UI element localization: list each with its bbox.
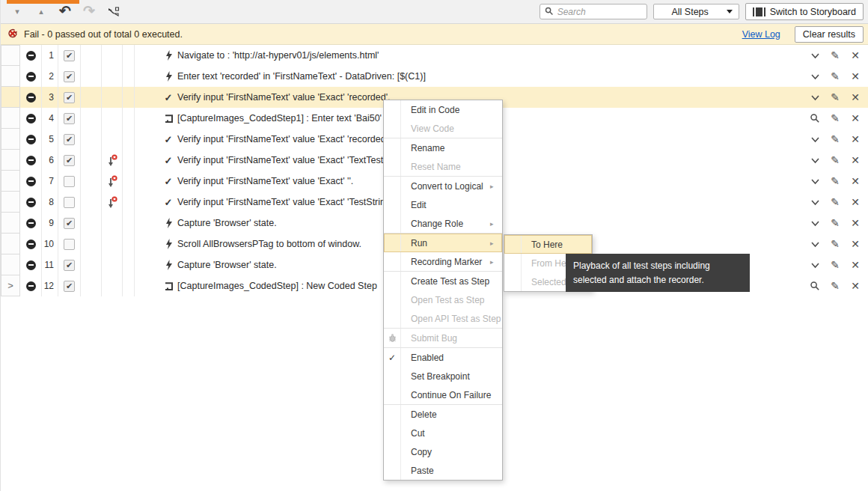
step-handle-icon[interactable] xyxy=(26,219,36,228)
step-handle-icon[interactable] xyxy=(26,135,36,144)
step-handle-icon[interactable] xyxy=(26,72,36,82)
delete-step-icon[interactable]: ✕ xyxy=(850,259,861,271)
delete-step-icon[interactable]: ✕ xyxy=(850,196,861,208)
step-dropdown-icon[interactable] xyxy=(810,94,820,101)
step-dropdown-icon[interactable] xyxy=(810,157,820,164)
menu-item-edit[interactable]: Edit xyxy=(384,195,502,214)
edit-step-icon[interactable]: ✎ xyxy=(830,217,840,229)
edit-step-icon[interactable]: ✎ xyxy=(830,280,840,292)
delete-step-icon[interactable]: ✕ xyxy=(850,154,861,166)
menu-item-continue-on-failure[interactable]: Continue On Failure xyxy=(384,385,502,404)
step-dropdown-icon[interactable] xyxy=(810,136,820,143)
edit-step-icon[interactable]: ✎ xyxy=(830,175,840,187)
menu-item-label: Open API Test as Step xyxy=(401,314,501,324)
step-handle-icon[interactable] xyxy=(26,93,36,103)
step-checkbox[interactable]: ✔ xyxy=(64,155,75,166)
step-dropdown-icon[interactable] xyxy=(810,220,820,227)
menu-item-to-here[interactable]: To Here xyxy=(504,235,592,254)
delete-step-icon[interactable]: ✕ xyxy=(850,280,861,292)
edit-step-icon[interactable]: ✎ xyxy=(830,154,840,166)
step-checkbox[interactable]: ✔ xyxy=(64,218,75,229)
edit-step-icon[interactable]: ✎ xyxy=(830,259,840,271)
menu-gutter xyxy=(384,177,401,195)
menu-item-enabled[interactable]: ✓Enabled xyxy=(384,348,502,367)
menu-item-create-test-as-step[interactable]: Create Test as Step xyxy=(384,272,502,290)
step-checkbox[interactable]: ✔ xyxy=(64,50,75,61)
step-checkbox[interactable]: ✔ xyxy=(64,281,75,292)
menu-item-run[interactable]: Run▸ xyxy=(384,234,502,252)
menu-item-edit-in-code[interactable]: Edit in Code xyxy=(384,100,502,119)
step-checkbox[interactable] xyxy=(64,239,75,250)
row-spacer-cell xyxy=(81,254,102,275)
active-tab-indicator xyxy=(7,0,79,4)
menu-gutter xyxy=(504,254,522,272)
edit-step-icon[interactable]: ✎ xyxy=(830,112,840,124)
step-dropdown-icon[interactable] xyxy=(810,199,820,206)
menu-item-convert-to-logical[interactable]: Convert to Logical▸ xyxy=(384,177,502,195)
step-dropdown-icon[interactable] xyxy=(810,178,820,185)
menu-item-set-breakpoint[interactable]: Set Breakpoint xyxy=(384,367,502,385)
step-checkbox[interactable]: ✔ xyxy=(64,260,75,271)
step-checkbox[interactable] xyxy=(64,176,75,187)
menu-item-copy[interactable]: Copy xyxy=(384,442,502,461)
step-row[interactable]: 2✔Enter text 'recorded' in 'FirstNameTex… xyxy=(1,66,868,87)
menu-item-delete[interactable]: Delete xyxy=(384,405,502,424)
delete-step-icon[interactable]: ✕ xyxy=(850,112,861,124)
step-handle-icon[interactable] xyxy=(26,177,36,186)
step-dropdown-icon[interactable] xyxy=(810,262,820,269)
edit-step-icon[interactable]: ✎ xyxy=(830,70,840,82)
step-handle-icon[interactable] xyxy=(26,198,36,207)
step-handle-icon[interactable] xyxy=(26,240,36,249)
delete-step-icon[interactable]: ✕ xyxy=(850,49,861,61)
step-dropdown-icon[interactable] xyxy=(810,73,820,80)
delete-step-icon[interactable]: ✕ xyxy=(850,217,861,229)
step-dropdown-icon[interactable] xyxy=(810,241,820,248)
redo-icon[interactable]: ↷ xyxy=(82,2,97,19)
delete-step-icon[interactable]: ✕ xyxy=(850,238,861,250)
step-number: 4 xyxy=(42,108,58,129)
edit-step-icon[interactable]: ✎ xyxy=(830,133,840,145)
edit-step-icon[interactable]: ✎ xyxy=(830,49,840,61)
row-margin-cell xyxy=(1,150,20,171)
delete-step-icon[interactable]: ✕ xyxy=(850,91,861,103)
expand-step-icon[interactable]: > xyxy=(1,275,20,296)
step-checkbox[interactable]: ✔ xyxy=(64,134,75,145)
step-handle-icon[interactable] xyxy=(26,260,36,270)
undo-icon[interactable]: ↶ xyxy=(58,2,73,19)
inspect-code-icon[interactable] xyxy=(810,281,820,291)
step-row[interactable]: 1✔Navigate to : 'http://at-hyperv01/js/e… xyxy=(1,45,868,66)
step-checkbox[interactable]: ✔ xyxy=(64,113,75,124)
menu-item-cut[interactable]: Cut xyxy=(384,424,502,442)
menu-item-rename[interactable]: Rename xyxy=(384,138,502,157)
step-handle-icon[interactable] xyxy=(26,114,36,123)
menu-item-paste[interactable]: Paste xyxy=(384,461,502,480)
step-dropdown-icon[interactable] xyxy=(810,52,820,59)
step-handle-icon[interactable] xyxy=(26,156,36,165)
inspect-code-icon[interactable] xyxy=(810,113,820,123)
edit-step-icon[interactable]: ✎ xyxy=(830,238,840,250)
search-input[interactable] xyxy=(540,4,647,19)
swap-steps-icon[interactable] xyxy=(106,6,120,18)
step-checkbox[interactable] xyxy=(64,197,75,208)
search-field[interactable] xyxy=(557,7,642,17)
steps-filter-dropdown[interactable]: All Steps xyxy=(653,4,739,19)
view-log-link[interactable]: View Log xyxy=(742,29,780,40)
move-down-icon[interactable]: ▾ xyxy=(10,7,25,16)
step-handle-icon[interactable] xyxy=(26,281,36,291)
edit-step-icon[interactable]: ✎ xyxy=(830,91,840,103)
edit-step-icon[interactable]: ✎ xyxy=(830,196,840,208)
delete-step-icon[interactable]: ✕ xyxy=(850,133,861,145)
step-description: Verify input 'FirstNameText' value 'Exac… xyxy=(177,92,391,103)
menu-item-label: Enabled xyxy=(401,353,490,363)
step-checkbox[interactable]: ✔ xyxy=(64,71,75,82)
switch-to-storyboard-button[interactable]: Switch to Storyboard xyxy=(745,3,864,20)
delete-step-icon[interactable]: ✕ xyxy=(850,70,861,82)
step-handle-icon[interactable] xyxy=(26,51,36,61)
clear-results-button[interactable]: Clear results xyxy=(795,26,864,43)
menu-item-change-role[interactable]: Change Role▸ xyxy=(384,214,502,233)
menu-item-label: Open Test as Step xyxy=(401,295,490,305)
menu-item-recording-marker[interactable]: Recording Marker▸ xyxy=(384,252,502,271)
step-checkbox[interactable]: ✔ xyxy=(64,92,75,103)
delete-step-icon[interactable]: ✕ xyxy=(850,175,861,187)
move-up-icon[interactable]: ▴ xyxy=(34,7,49,16)
